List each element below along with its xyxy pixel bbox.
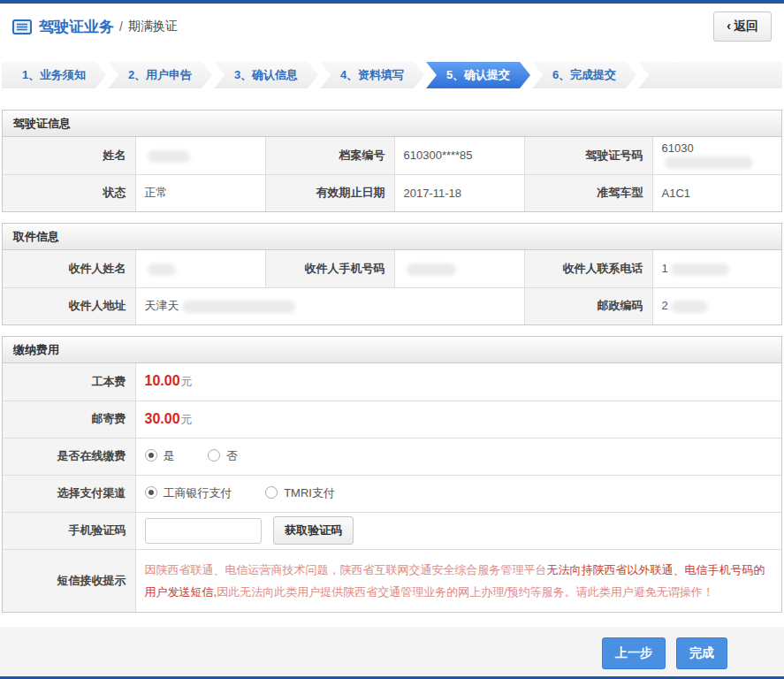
notice-text-part1: 因陕西省联通、电信运营商技术问题，陕西省互联网交通安全综合服务管理平台 bbox=[145, 563, 547, 576]
mailing-fee-amount: 30.00 bbox=[145, 411, 180, 426]
table-row: 姓名 档案编号 610300****85 驾驶证号码 61030 bbox=[3, 137, 781, 174]
section-fees: 缴纳费用 工本费 10.00元 邮寄费 30.00元 是否在线缴费 是 否 选择… bbox=[2, 336, 782, 613]
previous-step-button[interactable]: 上一步 bbox=[602, 637, 666, 669]
radio-option-no[interactable]: 否 bbox=[208, 449, 238, 462]
chevron-left-icon: ‹ bbox=[727, 19, 731, 33]
table-row: 邮寄费 30.00元 bbox=[3, 401, 781, 438]
redacted-blur bbox=[665, 156, 753, 169]
table-row: 收件人姓名 收件人手机号码 收件人联系电话 1 bbox=[3, 250, 781, 287]
field-label-recipient-name: 收件人姓名 bbox=[3, 250, 135, 287]
field-label-production-fee: 工本费 bbox=[3, 363, 135, 401]
currency-unit: 元 bbox=[181, 413, 193, 426]
step-1-business-notes: 1、业务须知 bbox=[2, 62, 106, 88]
field-label-payment-channel: 选择支付渠道 bbox=[3, 475, 135, 512]
captcha-input[interactable] bbox=[145, 518, 262, 544]
field-value-license-number: 61030 bbox=[652, 137, 781, 174]
field-label-license-number: 驾驶证号码 bbox=[524, 137, 652, 174]
field-label-status: 状态 bbox=[3, 174, 135, 211]
field-value-production-fee: 10.00元 bbox=[135, 363, 781, 401]
radio-option-icbc[interactable]: 工商银行支付 bbox=[145, 486, 232, 500]
section-title-license: 驾驶证信息 bbox=[3, 111, 781, 137]
field-label-online-payment: 是否在线缴费 bbox=[3, 438, 135, 475]
step-5-confirm-submit-active: 5、确认提交 bbox=[426, 62, 530, 88]
redacted-blur bbox=[148, 150, 190, 163]
field-label-recipient-address: 收件人地址 bbox=[3, 287, 135, 324]
sms-notice-text: 因陕西省联通、电信运营商技术问题，陕西省互联网交通安全综合服务管理平台无法向持陕… bbox=[135, 549, 781, 612]
field-label-mailing-fee: 邮寄费 bbox=[3, 401, 135, 438]
pickup-info-table: 收件人姓名 收件人手机号码 收件人联系电话 1 收件人地址 天津天 邮政编码 2 bbox=[3, 250, 781, 324]
section-title-fees: 缴纳费用 bbox=[3, 337, 781, 363]
online-payment-options: 是 否 bbox=[135, 438, 781, 475]
field-value-vehicle-class: A1C1 bbox=[652, 174, 781, 211]
field-value-recipient-phone: 1 bbox=[652, 250, 781, 287]
field-value-file-number: 610300****85 bbox=[394, 137, 524, 174]
fees-table: 工本费 10.00元 邮寄费 30.00元 是否在线缴费 是 否 选择支付渠道 … bbox=[3, 363, 781, 612]
redacted-blur bbox=[182, 301, 295, 313]
page-title: 驾驶证业务 bbox=[39, 17, 114, 37]
field-value-recipient-address: 天津天 bbox=[135, 287, 524, 324]
field-value-recipient-mobile bbox=[394, 250, 524, 287]
field-value-status: 正常 bbox=[135, 174, 265, 211]
table-row: 手机验证码 获取验证码 bbox=[3, 512, 781, 549]
production-fee-amount: 10.00 bbox=[145, 373, 180, 388]
back-button[interactable]: ‹返回 bbox=[713, 11, 772, 42]
table-row: 状态 正常 有效期止日期 2017-11-18 准驾车型 A1C1 bbox=[3, 174, 781, 211]
field-label-sms-notice: 短信接收提示 bbox=[3, 549, 135, 612]
redacted-blur bbox=[407, 263, 456, 276]
notice-text-part3: 因此无法向此类用户提供陕西省交通管理业务的网上办理/预约等服务。请此类用户避免无… bbox=[217, 585, 714, 599]
field-value-recipient-name bbox=[135, 250, 265, 287]
section-license-info: 驾驶证信息 姓名 档案编号 610300****85 驾驶证号码 61030 状… bbox=[2, 110, 782, 212]
step-2-user-declaration: 2、用户申告 bbox=[108, 62, 212, 88]
radio-unselected-icon[interactable] bbox=[265, 486, 278, 499]
step-3-confirm-info: 3、确认信息 bbox=[214, 62, 318, 88]
document-list-icon bbox=[12, 19, 32, 34]
sms-captcha-controls: 获取验证码 bbox=[135, 512, 781, 549]
finish-button[interactable]: 完成 bbox=[676, 637, 727, 669]
radio-option-tmri[interactable]: TMRI支付 bbox=[265, 486, 335, 500]
table-row: 短信接收提示 因陕西省联通、电信运营商技术问题，陕西省互联网交通安全综合服务管理… bbox=[3, 549, 781, 612]
section-title-pickup: 取件信息 bbox=[3, 224, 781, 250]
radio-unselected-icon[interactable] bbox=[208, 449, 220, 462]
get-captcha-button[interactable]: 获取验证码 bbox=[273, 516, 354, 545]
wizard-steps: 1、业务须知 2、用户申告 3、确认信息 4、资料填写 5、确认提交 6、完成提… bbox=[2, 62, 782, 88]
field-value-expiry-date: 2017-11-18 bbox=[394, 174, 524, 211]
field-label-expiry-date: 有效期止日期 bbox=[265, 174, 394, 211]
steps-tail bbox=[638, 62, 782, 88]
field-label-vehicle-class: 准驾车型 bbox=[524, 174, 652, 211]
license-info-table: 姓名 档案编号 610300****85 驾驶证号码 61030 状态 正常 有… bbox=[3, 137, 781, 211]
breadcrumb-separator: / bbox=[119, 19, 123, 34]
redacted-blur bbox=[671, 263, 729, 276]
field-value-name bbox=[135, 137, 265, 174]
table-row: 收件人地址 天津天 邮政编码 2 bbox=[3, 287, 781, 324]
table-row: 工本费 10.00元 bbox=[3, 363, 781, 401]
field-label-file-number: 档案编号 bbox=[265, 137, 394, 174]
field-label-recipient-phone: 收件人联系电话 bbox=[524, 250, 652, 287]
field-value-postal-code: 2 bbox=[652, 287, 781, 324]
redacted-blur bbox=[148, 263, 176, 276]
redacted-blur bbox=[671, 301, 708, 313]
currency-unit: 元 bbox=[181, 375, 193, 388]
field-label-sms-captcha: 手机验证码 bbox=[3, 512, 135, 549]
section-pickup-info: 取件信息 收件人姓名 收件人手机号码 收件人联系电话 1 收件人地址 天津天 邮… bbox=[2, 223, 782, 325]
field-label-name: 姓名 bbox=[3, 137, 135, 174]
radio-selected-icon[interactable] bbox=[145, 449, 157, 462]
payment-channel-options: 工商银行支付 TMRI支付 bbox=[135, 475, 781, 512]
field-value-mailing-fee: 30.00元 bbox=[135, 401, 781, 438]
page-header: 驾驶证业务 / 期满换证 ‹返回 bbox=[0, 4, 784, 50]
field-label-recipient-mobile: 收件人手机号码 bbox=[265, 250, 394, 287]
step-6-complete-submit: 6、完成提交 bbox=[532, 62, 636, 88]
table-row: 选择支付渠道 工商银行支付 TMRI支付 bbox=[3, 475, 781, 512]
footer-action-bar: 上一步 完成 bbox=[0, 627, 784, 679]
radio-option-yes[interactable]: 是 bbox=[145, 449, 175, 462]
step-4-fill-data: 4、资料填写 bbox=[320, 62, 424, 88]
radio-selected-icon[interactable] bbox=[145, 486, 157, 499]
table-row: 是否在线缴费 是 否 bbox=[3, 438, 781, 475]
field-label-postal-code: 邮政编码 bbox=[524, 287, 652, 324]
breadcrumb-current: 期满换证 bbox=[128, 19, 178, 34]
back-button-label: 返回 bbox=[734, 19, 758, 33]
